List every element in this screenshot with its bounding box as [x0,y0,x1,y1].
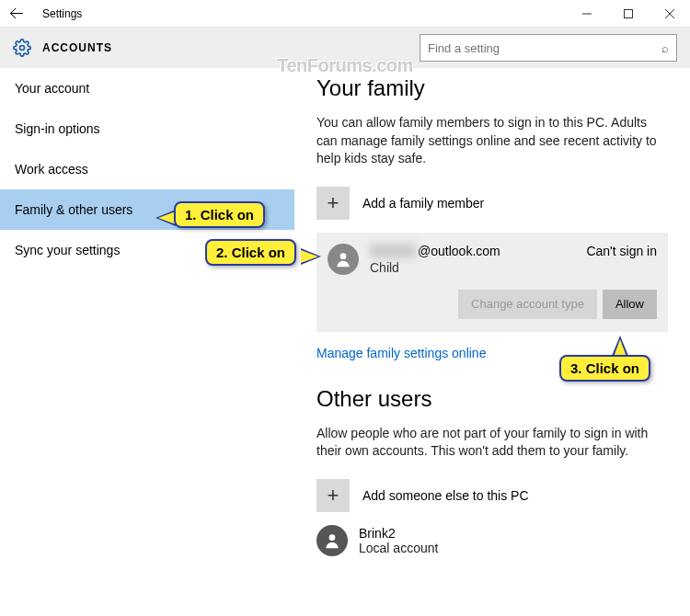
window-title: Settings [42,7,82,20]
change-account-type-button: Change account type [458,290,597,319]
back-button[interactable]: 🡠 [7,5,26,23]
avatar-icon [316,525,348,556]
gear-icon [13,39,31,57]
maximize-button[interactable] [607,0,649,28]
header-title: ACCOUNTS [42,41,112,54]
plus-icon: + [316,187,350,220]
minimize-button[interactable] [566,0,607,28]
add-other-label: Add someone else to this PC [362,488,529,503]
search-box[interactable]: ⌕ [420,34,677,62]
svg-point-6 [329,534,336,541]
manage-family-link[interactable]: Manage family settings online [316,346,486,360]
sidebar-item-family-other-users[interactable]: Family & other users [0,189,294,230]
avatar-icon [328,244,359,275]
add-other-user-button[interactable]: + Add someone else to this PC [316,479,668,512]
callout-tail [158,211,176,224]
content-area: Your family You can allow family members… [294,68,690,616]
svg-rect-1 [624,9,632,17]
close-button[interactable] [649,0,690,28]
other-user-type: Local account [359,541,438,555]
other-users-description: Allow people who are not part of your fa… [316,425,668,461]
member-email: hidden@outlook.com [370,244,500,258]
member-role: Child [370,260,657,275]
callout-tail [614,339,627,357]
title-bar: 🡠 Settings [0,0,690,28]
window-controls [566,0,690,28]
search-input[interactable] [428,41,649,55]
family-member-panel[interactable]: hidden@outlook.com Can't sign in Child C… [316,233,668,332]
sidebar-item-your-account[interactable]: Your account [0,68,294,108]
add-family-member-button[interactable]: + Add a family member [316,187,668,220]
sidebar-item-sign-in-options[interactable]: Sign-in options [0,108,294,149]
add-family-label: Add a family member [362,196,484,211]
plus-icon: + [316,479,350,512]
callout-tail [301,250,318,263]
svg-point-5 [340,253,347,259]
your-family-title: Your family [316,75,668,101]
your-family-description: You can allow family members to sign in … [316,114,668,168]
sidebar-item-work-access[interactable]: Work access [0,149,294,189]
other-user-row[interactable]: Brink2 Local account [316,525,668,556]
other-users-title: Other users [316,386,668,412]
member-status: Can't sign in [586,244,657,258]
sidebar: Your account Sign-in options Work access… [0,68,294,616]
header-bar: ACCOUNTS ⌕ [0,28,690,68]
allow-button[interactable]: Allow [603,290,657,319]
search-icon: ⌕ [661,41,669,55]
sidebar-item-sync-settings[interactable]: Sync your settings [0,230,294,270]
other-user-name: Brink2 [359,526,438,541]
svg-point-4 [20,46,25,51]
